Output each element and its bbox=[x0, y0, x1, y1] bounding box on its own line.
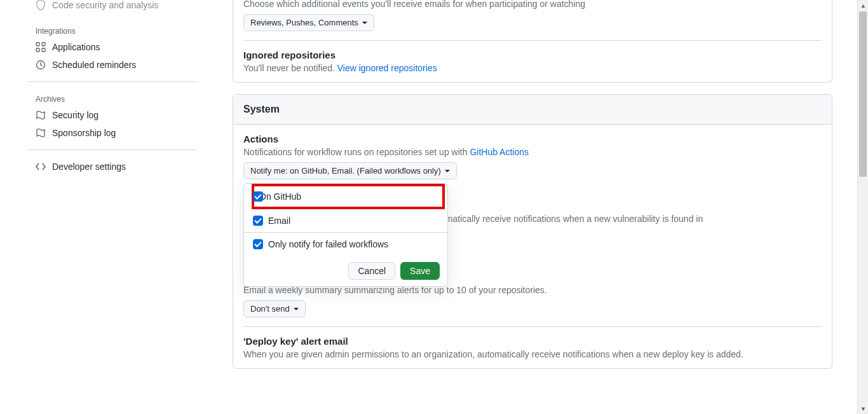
log-icon bbox=[36, 128, 46, 138]
system-header: System bbox=[233, 95, 832, 125]
popover-option-failed-only[interactable]: Only notify for failed workflows bbox=[244, 233, 447, 256]
sidebar-divider bbox=[28, 149, 197, 150]
sidebar-item-label: Code security and analysis bbox=[52, 0, 158, 10]
email-label: Email bbox=[268, 216, 290, 226]
sidebar-item-code-security[interactable]: Code security and analysis bbox=[28, 0, 197, 14]
clock-icon bbox=[36, 60, 46, 70]
scroll-up-arrow[interactable]: ▲ bbox=[858, 0, 868, 11]
scroll-thumb[interactable] bbox=[859, 11, 867, 177]
caret-down-icon bbox=[294, 308, 299, 310]
main-content: Choose which additional events you'll re… bbox=[197, 0, 868, 414]
sidebar-divider bbox=[28, 81, 197, 82]
sidebar-item-security-log[interactable]: Security log bbox=[28, 106, 197, 124]
system-card: System Actions Notifications for workflo… bbox=[233, 94, 832, 369]
shield-icon bbox=[36, 0, 46, 10]
actions-notify-popover: On GitHub Email Only notify for failed w… bbox=[243, 183, 448, 287]
email-updates-card: Choose which additional events you'll re… bbox=[233, 0, 832, 83]
dropdown-label: Notify me: on GitHub, Email. (Failed wor… bbox=[250, 166, 441, 176]
sidebar-item-sponsorship-log[interactable]: Sponsorship log bbox=[28, 124, 197, 142]
sidebar-item-applications[interactable]: Applications bbox=[28, 38, 197, 56]
dropdown-label: Don't send bbox=[250, 304, 290, 314]
actions-notify-dropdown[interactable]: Notify me: on GitHub, Email. (Failed wor… bbox=[243, 162, 457, 179]
sidebar-item-label: Security log bbox=[52, 110, 98, 120]
caret-down-icon bbox=[362, 22, 367, 24]
vuln-desc-fragment: omatically receive notifications when a … bbox=[440, 214, 703, 224]
sidebar-item-label: Developer settings bbox=[52, 162, 126, 172]
email-checkbox[interactable] bbox=[253, 216, 263, 226]
deploy-key-desc: When you are given admin permissions to … bbox=[243, 349, 822, 359]
cancel-button[interactable]: Cancel bbox=[348, 262, 395, 280]
log-icon bbox=[36, 110, 46, 120]
deploy-key-title: 'Deploy key' alert email bbox=[243, 336, 822, 347]
scroll-down-arrow[interactable]: ▼ bbox=[858, 403, 868, 414]
sidebar-item-scheduled-reminders[interactable]: Scheduled reminders bbox=[28, 56, 197, 74]
email-updates-desc: Choose which additional events you'll re… bbox=[243, 0, 822, 9]
ignored-repos-title: Ignored repositories bbox=[243, 50, 822, 60]
apps-icon bbox=[36, 42, 46, 52]
popover-option-on-github[interactable]: On GitHub bbox=[253, 185, 444, 208]
sidebar-item-label: Sponsorship log bbox=[52, 128, 116, 138]
email-updates-dropdown[interactable]: Reviews, Pushes, Comments bbox=[243, 14, 374, 31]
actions-desc: Notifications for workflow runs on repos… bbox=[243, 147, 470, 157]
svg-rect-0 bbox=[36, 43, 39, 46]
sidebar-group-integrations: Integrations bbox=[28, 22, 197, 38]
svg-rect-3 bbox=[42, 48, 45, 52]
sidebar-item-label: Applications bbox=[52, 42, 100, 52]
code-icon bbox=[36, 162, 46, 172]
caret-down-icon bbox=[445, 170, 450, 172]
svg-rect-2 bbox=[36, 48, 39, 52]
actions-title: Actions bbox=[243, 134, 822, 144]
sidebar-item-label: Scheduled reminders bbox=[52, 60, 136, 70]
sidebar-group-archives: Archives bbox=[28, 90, 197, 106]
save-button[interactable]: Save bbox=[400, 262, 440, 280]
weekly-digest-dropdown[interactable]: Don't send bbox=[243, 300, 306, 317]
on-github-label: On GitHub bbox=[259, 191, 301, 202]
settings-sidebar: Code security and analysis Integrations … bbox=[0, 0, 197, 414]
dropdown-label: Reviews, Pushes, Comments bbox=[250, 18, 358, 27]
vertical-scrollbar[interactable]: ▲ ▼ bbox=[857, 0, 868, 414]
view-ignored-link[interactable]: View ignored repositories bbox=[337, 63, 437, 73]
failed-only-label: Only notify for failed workflows bbox=[268, 239, 388, 249]
svg-rect-1 bbox=[42, 43, 45, 46]
failed-only-checkbox[interactable] bbox=[253, 239, 263, 249]
sidebar-item-developer-settings[interactable]: Developer settings bbox=[28, 158, 197, 176]
ignored-repos-desc: You'll never be notified. bbox=[243, 63, 337, 73]
github-actions-link[interactable]: GitHub Actions bbox=[470, 147, 529, 157]
on-github-checkbox[interactable] bbox=[253, 191, 263, 202]
popover-option-email[interactable]: Email bbox=[244, 209, 447, 232]
